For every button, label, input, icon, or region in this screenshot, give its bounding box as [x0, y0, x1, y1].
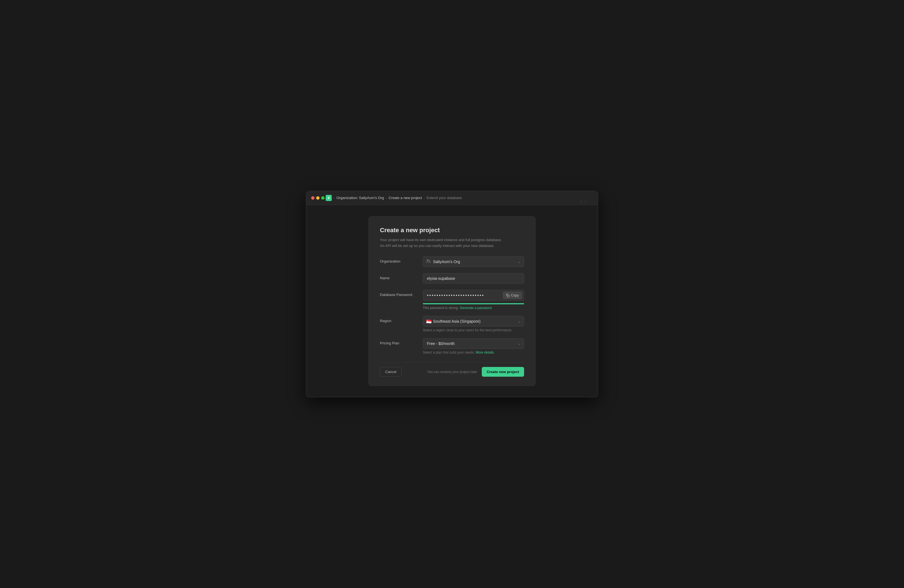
password-row: Database Password Copy — [380, 290, 524, 310]
cancel-button[interactable]: Cancel — [380, 367, 401, 377]
region-field: 🇸🇬 Southeast Asia (Singapore) ⌄ Select a… — [423, 316, 524, 332]
password-strong-text: This password is strong. — [423, 306, 459, 310]
more-details-link[interactable]: More details — [476, 351, 494, 354]
org-select[interactable]: SaltyAom's Org — [423, 256, 524, 267]
region-select[interactable]: Southeast Asia (Singapore) — [423, 316, 524, 327]
org-row: Organization SaltyAom's Org ⌄ — [380, 256, 524, 267]
window: › Organization: SaltyAom's Org › Create … — [306, 191, 598, 398]
org-icon — [426, 259, 431, 264]
region-hint: Select a region close to your users for … — [423, 328, 524, 332]
breadcrumb-create[interactable]: Create a new project — [389, 196, 422, 200]
generate-password-link[interactable]: Generate a password — [460, 306, 492, 310]
window-body: Create a new project Your project will h… — [306, 205, 598, 397]
subtitle-line1: Your project will have its own dedicated… — [380, 238, 502, 242]
subtitle-line2: An API will be set up so you can easily … — [380, 243, 495, 248]
form-title: Create a new project — [380, 227, 524, 234]
svg-point-0 — [427, 259, 428, 261]
password-strength-bar — [423, 303, 524, 304]
pricing-hint-text: Select a plan that suits your needs. — [423, 351, 475, 354]
actions-right: You can rename your project later Create… — [427, 367, 524, 377]
svg-rect-2 — [507, 295, 509, 297]
org-field: SaltyAom's Org ⌄ — [423, 256, 524, 267]
password-wrapper: Copy — [423, 290, 524, 301]
name-label: Name — [380, 273, 416, 280]
breadcrumb-sep-2: › — [386, 196, 387, 200]
window-menu-icon[interactable]: ⋮⋮ — [579, 199, 588, 204]
pricing-label: Pricing Plan — [380, 338, 416, 345]
window-controls — [311, 196, 324, 200]
name-field — [423, 273, 524, 284]
minimize-dot[interactable] — [316, 196, 319, 200]
pricing-row: Pricing Plan Free - $0/month ⌄ Select a … — [380, 338, 524, 354]
region-label: Region — [380, 316, 416, 323]
breadcrumb-sep-1: › — [333, 196, 335, 200]
org-label: Organization — [380, 256, 416, 263]
pricing-field: Free - $0/month ⌄ Select a plan that sui… — [423, 338, 524, 354]
form-actions: Cancel You can rename your project later… — [380, 362, 524, 377]
form-card: Create a new project Your project will h… — [368, 217, 536, 386]
org-select-wrapper: SaltyAom's Org ⌄ — [423, 256, 524, 267]
password-hint: This password is strong. Generate a pass… — [423, 306, 524, 310]
svg-point-1 — [429, 261, 430, 261]
copy-label: Copy — [511, 294, 519, 297]
pricing-select-wrapper: Free - $0/month ⌄ — [423, 338, 524, 349]
copy-icon — [506, 294, 510, 297]
breadcrumb: › Organization: SaltyAom's Org › Create … — [326, 195, 462, 201]
region-flag-icon: 🇸🇬 — [426, 319, 432, 324]
password-label: Database Password — [380, 290, 416, 297]
name-row: Name — [380, 273, 524, 284]
breadcrumb-sep-3: › — [424, 196, 425, 200]
rename-hint: You can rename your project later — [427, 370, 477, 374]
pricing-hint: Select a plan that suits your needs. Mor… — [423, 351, 524, 354]
region-row: Region 🇸🇬 Southeast Asia (Singapore) ⌄ S… — [380, 316, 524, 332]
close-dot[interactable] — [311, 196, 315, 200]
password-strength-fill — [423, 303, 524, 304]
copy-button[interactable]: Copy — [503, 292, 522, 299]
form-subtitle: Your project will have its own dedicated… — [380, 237, 524, 249]
titlebar: › Organization: SaltyAom's Org › Create … — [306, 191, 598, 205]
breadcrumb-org[interactable]: Organization: SaltyAom's Org — [337, 196, 384, 200]
maximize-dot[interactable] — [321, 196, 324, 200]
password-field: Copy This password is strong. Generate a… — [423, 290, 524, 310]
create-project-button[interactable]: Create new project — [482, 367, 524, 377]
name-input[interactable] — [423, 273, 524, 284]
region-select-wrapper: 🇸🇬 Southeast Asia (Singapore) ⌄ — [423, 316, 524, 327]
pricing-select[interactable]: Free - $0/month — [423, 338, 524, 349]
logo-icon[interactable] — [326, 195, 332, 201]
breadcrumb-extend[interactable]: Extend your database — [427, 196, 462, 200]
